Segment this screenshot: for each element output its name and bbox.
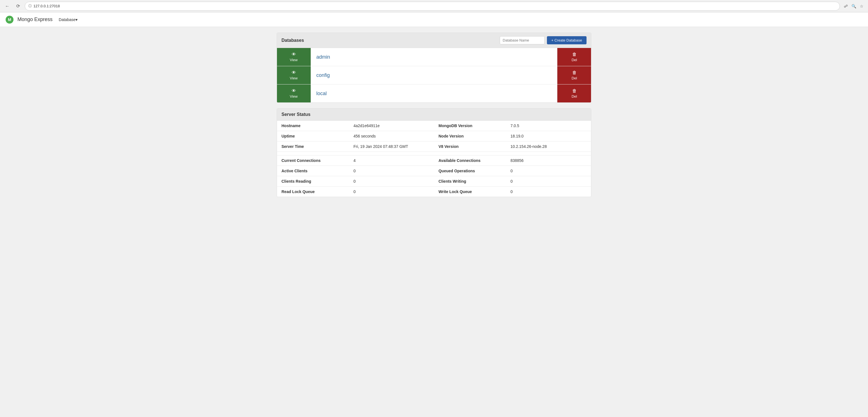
table-row: Read Lock Queue 0 Write Lock Queue 0 [277, 186, 591, 197]
hostname-label: Hostname [277, 121, 349, 131]
databases-panel: Databases + Create Database 👁 View admin… [277, 33, 591, 103]
hostname-value: 4a2d1e64911e [349, 121, 434, 131]
server-time-label: Server Time [277, 141, 349, 152]
database-name-input[interactable] [500, 36, 545, 44]
table-row: Active Clients 0 Queued Operations 0 [277, 166, 591, 176]
available-connections-value: 838856 [506, 155, 591, 166]
clients-writing-value: 0 [506, 176, 591, 186]
server-status-title: Server Status [281, 112, 310, 117]
toolbar-icons: ☍ 🔍 ☆ [843, 3, 865, 9]
clients-writing-label: Clients Writing [434, 176, 506, 186]
eye-icon: 👁 [291, 70, 296, 75]
config-db-link[interactable]: config [311, 72, 557, 78]
v8-version-value: 10.2.154.26-node.28 [506, 141, 591, 152]
trash-icon: 🗑 [572, 89, 577, 94]
queued-operations-label: Queued Operations [434, 166, 506, 176]
v8-version-label: V8 Version [434, 141, 506, 152]
queued-operations-value: 0 [506, 166, 591, 176]
eye-icon: 👁 [291, 89, 296, 94]
bookmark-icon[interactable]: ☆ [859, 3, 865, 9]
node-version-label: Node Version [434, 131, 506, 141]
admin-db-link[interactable]: admin [311, 54, 557, 60]
eye-icon: 👁 [291, 52, 296, 57]
table-row: Hostname 4a2d1e64911e MongoDB Version 7.… [277, 121, 591, 131]
trash-icon: 🗑 [572, 70, 577, 75]
active-clients-label: Active Clients [277, 166, 349, 176]
databases-panel-title: Databases [281, 38, 304, 43]
databases-list: 👁 View admin 🗑 Del 👁 View config 🗑 Del [277, 48, 591, 102]
reload-button[interactable]: ⟳ [14, 2, 22, 10]
table-row: 👁 View local 🗑 Del [277, 84, 591, 102]
database-menu[interactable]: Database▾ [57, 16, 80, 23]
server-time-value: Fri, 19 Jan 2024 07:48:37 GMT [349, 141, 434, 152]
address-bar: ⓘ [25, 2, 840, 11]
lock-icon: ⓘ [28, 4, 32, 8]
create-database-button[interactable]: + Create Database [547, 36, 587, 44]
table-row: Current Connections 4 Available Connecti… [277, 155, 591, 166]
databases-panel-header: Databases + Create Database [277, 33, 591, 48]
read-lock-queue-value: 0 [349, 186, 434, 197]
uptime-value: 456 seconds [349, 131, 434, 141]
read-lock-queue-label: Read Lock Queue [277, 186, 349, 197]
clients-reading-value: 0 [349, 176, 434, 186]
panel-header-actions: + Create Database [500, 36, 587, 44]
server-status-header: Server Status [277, 109, 591, 121]
node-version-value: 18.19.0 [506, 131, 591, 141]
server-status-panel: Server Status Hostname 4a2d1e64911e Mong… [277, 108, 591, 197]
local-db-link[interactable]: local [311, 91, 557, 97]
table-row: Server Time Fri, 19 Jan 2024 07:48:37 GM… [277, 141, 591, 152]
write-lock-queue-label: Write Lock Queue [434, 186, 506, 197]
del-admin-button[interactable]: 🗑 Del [557, 48, 591, 66]
uptime-label: Uptime [277, 131, 349, 141]
del-config-button[interactable]: 🗑 Del [557, 66, 591, 84]
translate-icon[interactable]: ☍ [843, 3, 849, 9]
zoom-icon[interactable]: 🔍 [850, 3, 857, 9]
mongodb-version-label: MongoDB Version [434, 121, 506, 131]
active-clients-value: 0 [349, 166, 434, 176]
back-button[interactable]: ← [3, 2, 11, 10]
current-connections-label: Current Connections [277, 155, 349, 166]
clients-reading-label: Clients Reading [277, 176, 349, 186]
write-lock-queue-value: 0 [506, 186, 591, 197]
app-title: Mongo Express [18, 16, 53, 23]
view-admin-button[interactable]: 👁 View [277, 48, 311, 66]
table-row: 👁 View config 🗑 Del [277, 66, 591, 84]
browser-chrome: ← ⟳ ⓘ ☍ 🔍 ☆ [0, 0, 868, 12]
mongodb-version-value: 7.0.5 [506, 121, 591, 131]
table-row: Clients Reading 0 Clients Writing 0 [277, 176, 591, 186]
current-connections-value: 4 [349, 155, 434, 166]
view-local-button[interactable]: 👁 View [277, 84, 311, 102]
table-row: Uptime 456 seconds Node Version 18.19.0 [277, 131, 591, 141]
app-logo: M [6, 16, 13, 24]
available-connections-label: Available Connections [434, 155, 506, 166]
spacer-row [277, 152, 591, 155]
trash-icon: 🗑 [572, 52, 577, 57]
main-content: Databases + Create Database 👁 View admin… [271, 27, 597, 208]
table-row: 👁 View admin 🗑 Del [277, 48, 591, 66]
del-local-button[interactable]: 🗑 Del [557, 84, 591, 102]
view-config-button[interactable]: 👁 View [277, 66, 311, 84]
server-status-table: Hostname 4a2d1e64911e MongoDB Version 7.… [277, 121, 591, 197]
url-input[interactable] [33, 4, 836, 8]
app-navbar: M Mongo Express Database▾ [0, 12, 868, 27]
